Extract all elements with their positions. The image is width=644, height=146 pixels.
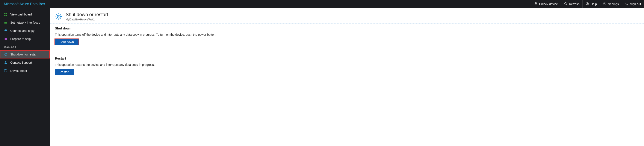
sidebar-item-shut-down-or-restart[interactable]: Shut down or restart [0, 50, 50, 59]
shutdown-description: This operation turns off the device and … [55, 33, 639, 36]
reset-icon [4, 69, 8, 73]
svg-rect-6 [4, 15, 5, 16]
connect-icon [4, 29, 8, 33]
restart-description: This operation restarts the device and i… [55, 63, 639, 66]
svg-rect-7 [6, 15, 7, 16]
network-icon [4, 21, 8, 25]
page-subtitle: MyDataBoxHeavyTest1 [66, 18, 108, 21]
restart-heading: Restart [55, 57, 639, 61]
brand-title: Microsoft Azure Data Box [4, 2, 45, 6]
svg-rect-0 [535, 4, 537, 5]
sidebar-item-label: Set network interfaces [10, 21, 40, 24]
shutdown-heading: Shut down [55, 27, 639, 31]
refresh-button[interactable]: Refresh [561, 0, 582, 8]
page-title-block: Shut down or restart MyDataBoxHeavyTest1 [66, 12, 108, 21]
help-button[interactable]: Help [582, 0, 600, 8]
refresh-label: Refresh [569, 2, 580, 6]
settings-button[interactable]: Settings [600, 0, 622, 8]
unlock-icon [534, 2, 538, 6]
sign-out-button[interactable]: Sign out [622, 0, 644, 8]
sidebar-item-label: Shut down or restart [10, 53, 37, 56]
support-icon [4, 61, 8, 65]
svg-point-2 [587, 4, 588, 5]
svg-point-3 [604, 3, 605, 4]
sidebar-item-device-reset[interactable]: Device reset [0, 67, 50, 75]
topbar: Microsoft Azure Data Box Unlock device R… [0, 0, 644, 8]
svg-rect-8 [4, 22, 7, 23]
restart-section: Restart This operation restarts the devi… [50, 54, 644, 77]
help-icon [586, 2, 589, 6]
power-gear-icon [4, 53, 8, 56]
restart-button[interactable]: Restart [55, 69, 74, 75]
refresh-icon [564, 2, 568, 6]
settings-label: Settings [608, 2, 619, 6]
dashboard-icon [4, 13, 8, 16]
content-area: View dashboard Set network interfaces Co… [0, 8, 644, 146]
help-label: Help [590, 2, 597, 6]
power-icon [625, 2, 628, 6]
sidebar-item-contact-support[interactable]: Contact Support [0, 59, 50, 67]
top-actions: Unlock device Refresh Help Settings Sign [531, 0, 644, 8]
sidebar: View dashboard Set network interfaces Co… [0, 8, 50, 146]
sidebar-item-label: Contact Support [10, 61, 32, 64]
unlock-device-button[interactable]: Unlock device [531, 0, 561, 8]
sidebar-item-set-network-interfaces[interactable]: Set network interfaces [0, 19, 50, 27]
sidebar-section-manage: MANAGE [0, 43, 50, 50]
svg-rect-9 [4, 23, 7, 24]
svg-point-13 [5, 61, 6, 63]
page-title: Shut down or restart [66, 12, 108, 18]
sidebar-item-prepare-to-ship[interactable]: Prepare to ship [0, 35, 50, 43]
shutdown-section: Shut down This operation turns off the d… [50, 24, 644, 47]
sign-out-label: Sign out [630, 2, 641, 6]
sidebar-item-label: Prepare to ship [10, 37, 31, 41]
ship-icon [4, 37, 8, 41]
sidebar-item-label: Device reset [10, 69, 27, 72]
main-content: Shut down or restart MyDataBoxHeavyTest1… [50, 8, 644, 146]
sidebar-item-label: Connect and copy [10, 29, 34, 33]
sidebar-item-view-dashboard[interactable]: View dashboard [0, 10, 50, 19]
page-header: Shut down or restart MyDataBoxHeavyTest1 [50, 8, 644, 24]
svg-rect-5 [6, 13, 7, 14]
shut-down-button[interactable]: Shut down [55, 39, 78, 45]
svg-rect-11 [5, 38, 7, 40]
sidebar-item-connect-and-copy[interactable]: Connect and copy [0, 27, 50, 35]
gear-icon [603, 2, 606, 6]
sidebar-item-label: View dashboard [10, 13, 32, 16]
power-gear-large-icon [55, 13, 63, 21]
svg-rect-4 [4, 13, 5, 14]
unlock-label: Unlock device [539, 2, 558, 6]
